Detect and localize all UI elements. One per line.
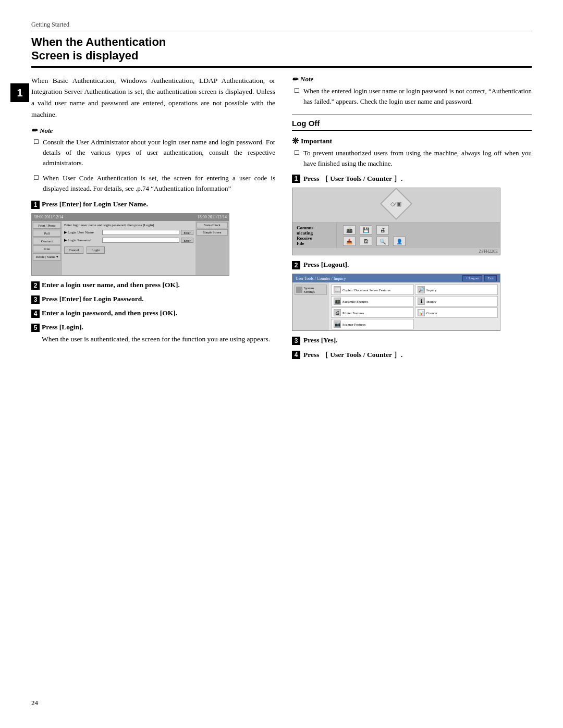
important-section: ❊ Important ☐ To prevent unauthorized us…	[292, 136, 532, 169]
func-icon-4: 📥	[343, 237, 356, 246]
func-icon-1: 📠	[343, 225, 356, 235]
right-step-4-num: 4	[292, 351, 300, 359]
login-sidebar-btn-1: Print / Photo	[33, 222, 61, 229]
login-topbar-right: 18:00 2011/12/14	[198, 215, 227, 219]
status-check-button: Status/Check	[197, 222, 228, 228]
note-text-1: Consult the User Administrator about you…	[43, 137, 275, 168]
ut-counter-label: Counter	[426, 311, 437, 315]
func-icon-2: 💾	[360, 225, 372, 235]
login-screen-illustration: 18:00 2011/12/14 18:00 2011/12/14 Print …	[31, 213, 229, 276]
ut-inquiry-label-1: Inquiry	[426, 288, 436, 292]
step-3-block: 3 Press [Enter] for Login Password.	[31, 295, 275, 304]
right-step-3-heading: 3 Press [Yes].	[292, 336, 532, 345]
login-topbar-left: 18:00 2011/12/14	[34, 215, 63, 219]
checkbox-icon-right: ☐	[294, 87, 300, 107]
exit-topbar-btn[interactable]: Exit	[484, 275, 497, 281]
step-2-label: Enter a login user name, and then press …	[42, 281, 180, 289]
checkbox-important: ☐	[294, 149, 300, 169]
checkbox-icon-2: ☐	[33, 174, 40, 194]
important-item: ☐ To prevent unauthorized users from usi…	[292, 148, 532, 169]
step-4-heading: 4 Enter a login password, and then press…	[31, 309, 275, 318]
breadcrumb: Getting Started	[31, 21, 532, 31]
logout-topbar-btn[interactable]: + Logout	[462, 275, 482, 281]
field2-label: ▶ Login Password	[64, 238, 101, 242]
ut-inquiry-item-2: ℹ Inquiry	[415, 296, 498, 306]
right-step-3-num: 3	[292, 337, 300, 345]
machine-screen-illustration: ◇/▣ Commu-nicating ReceiveFile 📠	[292, 188, 500, 255]
ut-grid: 📖 Copier / Document Server Features 🔎 In…	[329, 282, 500, 330]
step-5-label: Press [Login].	[42, 323, 83, 331]
cancel-button[interactable]: Cancel	[64, 246, 83, 254]
page: Getting Started 1 When the Authenticatio…	[0, 0, 563, 728]
enter-button[interactable]: Enter	[181, 230, 193, 235]
login-button[interactable]: Login	[87, 246, 105, 254]
step-5-body: When the user is authenticated, the scre…	[42, 334, 275, 345]
important-icon: ❊	[292, 136, 299, 146]
chapter-marker: 1	[10, 83, 29, 102]
receive-label: ReceiveFile	[297, 236, 332, 246]
step-4-block: 4 Enter a login password, and then press…	[31, 309, 275, 318]
ut-system-label: System Settings	[304, 286, 325, 293]
login-instruction-text: Enter login user name and login password…	[64, 223, 193, 227]
step-4-label: Enter a login password, and then press […	[42, 309, 177, 317]
right-step-4-heading: 4 Press ［ User Tools / Counter ］.	[292, 350, 532, 360]
right-step-2-block: 2 Press [Logout]. User Tools / Counter /…	[292, 261, 532, 331]
login-sidebar-btn-5: Delete | Status ▾	[33, 253, 61, 261]
login-sidebar-btn-2: Pull	[33, 230, 61, 237]
right-note-text: When the entered login user name or logi…	[303, 86, 532, 107]
step-1-num: 1	[31, 201, 40, 209]
important-label: ❊ Important	[292, 136, 532, 146]
copier-icon: 📖	[334, 286, 341, 293]
page-number: 24	[31, 699, 38, 707]
section-title: When the Authentication Screen is displa…	[31, 35, 532, 68]
ut-copier-item: 📖 Copier / Document Server Features	[331, 285, 414, 295]
step-1-heading: 1 Press [Enter] for Login User Name.	[31, 200, 275, 209]
screen-label: ZFFH220E	[292, 248, 500, 255]
login-topbar: 18:00 2011/12/14 18:00 2011/12/14	[32, 214, 229, 221]
step-5-heading: 5 Press [Login].	[31, 323, 275, 332]
step-1-block: 1 Press [Enter] for Login User Name. 18:…	[31, 200, 275, 276]
info-icon: ℹ	[418, 298, 425, 305]
counter-icon: 📊	[418, 309, 425, 316]
right-step-2-heading: 2 Press [Logout].	[292, 261, 532, 269]
printer-icon: 🖨	[334, 309, 341, 316]
note-section-left: ✏ Note ☐ Consult the User Administrator …	[31, 126, 275, 194]
simple-screen-button: Simple Screen	[197, 229, 228, 236]
note-text-2: When User Code Authentication is set, th…	[43, 173, 275, 194]
diamond-icon: ◇/▣	[390, 201, 401, 207]
important-text: To prevent unauthorized users from using…	[303, 148, 532, 169]
pencil-icon: ✏	[31, 126, 38, 135]
login-sidebar-btn-4: Print	[33, 245, 61, 252]
ut-inquiry-label-2: Inquiry	[426, 300, 436, 303]
ut-printer-item: 🖨 Printer Features	[331, 307, 414, 318]
ut-scanner-label: Scanner Features	[342, 323, 366, 326]
two-column-layout: When Basic Authentication, Windows Authe…	[31, 75, 532, 365]
func-icon-3: 🖨	[376, 225, 389, 235]
enter-password-button[interactable]: Enter	[181, 238, 193, 243]
ut-inquiry-item-1: 🔎 Inquiry	[415, 285, 498, 295]
ut-counter-item: 📊 Counter	[415, 307, 498, 318]
step-3-heading: 3 Press [Enter] for Login Password.	[31, 295, 275, 304]
step-4-num: 4	[31, 310, 40, 318]
login-sidebar-btn-3: Contract	[33, 238, 61, 244]
ut-title: User Tools / Counter / Inquiry	[296, 276, 346, 281]
right-step-4-block: 4 Press ［ User Tools / Counter ］.	[292, 350, 532, 360]
field1-label: ▶ Login User Name	[64, 230, 101, 235]
func-icon-7: 👤	[393, 237, 406, 246]
right-step-3-block: 3 Press [Yes].	[292, 336, 532, 345]
checkbox-icon-1: ☐	[33, 138, 40, 168]
right-step-4-label: Press ［ User Tools / Counter ］.	[303, 350, 402, 360]
right-step-1-heading: 1 Press ［ User Tools / Counter ］.	[292, 174, 532, 183]
commu-label: Commu-nicating	[297, 225, 332, 236]
left-column: When Basic Authentication, Windows Authe…	[31, 75, 275, 365]
ut-fax-label: Facsimile Features	[342, 300, 368, 303]
note-section-right: ✏ Note ☐ When the entered login user nam…	[292, 75, 532, 107]
ut-body: System Settings 📖 Copier / Document Serv…	[292, 282, 500, 330]
func-icon-5: 🖺	[360, 237, 372, 246]
user-tools-screen-illustration: User Tools / Counter / Inquiry + Logout …	[292, 274, 500, 331]
ut-fax-item: 📠 Facsimile Features	[331, 296, 414, 306]
step-5-num: 5	[31, 324, 40, 332]
step-2-heading: 2 Enter a login user name, and then pres…	[31, 281, 275, 290]
step-5-block: 5 Press [Login]. When the user is authen…	[31, 323, 275, 345]
right-step-2-label: Press [Logout].	[303, 261, 349, 269]
